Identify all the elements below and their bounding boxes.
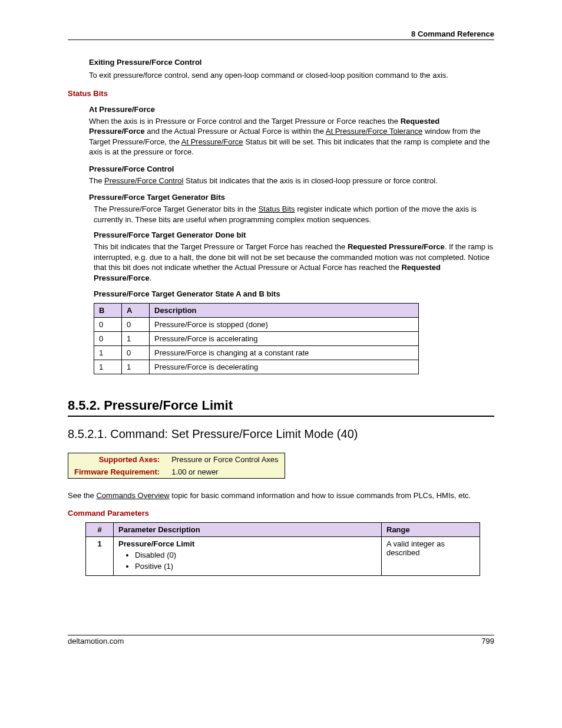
meta-label: Firmware Requirement: xyxy=(68,466,166,479)
text-bold: Requested Pressure/Force xyxy=(348,242,445,251)
td: 1 xyxy=(94,360,122,374)
td: 0 xyxy=(94,317,122,331)
heading-pf-target-gen: Pressure/Force Target Generator Bits xyxy=(89,193,494,202)
td: 1 xyxy=(122,331,150,345)
meta-value: Pressure or Force Control Axes xyxy=(166,453,285,466)
td: Pressure/Force is decelerating xyxy=(150,360,419,374)
list-item: Positive (1) xyxy=(135,562,376,571)
table-row: Firmware Requirement: 1.00 or newer xyxy=(68,466,285,479)
th-a: A xyxy=(122,303,150,317)
link-commands-overview[interactable]: Commands Overview xyxy=(96,491,169,500)
page-header: 8 Command Reference xyxy=(68,29,494,40)
table-row: 0 0 Pressure/Force is stopped (done) xyxy=(94,317,419,331)
th-desc: Description xyxy=(150,303,419,317)
td: Pressure/Force is stopped (done) xyxy=(150,317,419,331)
meta-value: 1.00 or newer xyxy=(166,466,285,479)
heading-8521: 8.5.2.1. Command: Set Pressure/Force Lim… xyxy=(68,427,494,441)
link-pf-control[interactable]: Pressure/Force Control xyxy=(104,176,183,185)
text: The Pressure/Force Target Generator bits… xyxy=(94,205,258,213)
td-num: 1 xyxy=(86,537,114,576)
heading-command-params: Command Parameters xyxy=(68,509,494,518)
table-row: 1 1 Pressure/Force is decelerating xyxy=(94,360,419,374)
text: This bit indicates that the Target Press… xyxy=(94,242,348,251)
th-desc: Parameter Description xyxy=(114,523,382,537)
text: See the xyxy=(68,491,96,500)
td: 0 xyxy=(122,317,150,331)
para-at-pf: When the axis is in Pressure or Force co… xyxy=(89,116,494,157)
table-row: Supported Axes: Pressure or Force Contro… xyxy=(68,453,285,466)
heading-exit: Exiting Pressure/Force Control xyxy=(89,58,494,67)
td: 1 xyxy=(122,360,150,374)
table-row: 1 0 Pressure/Force is changing at a cons… xyxy=(94,345,419,360)
table-meta: Supported Axes: Pressure or Force Contro… xyxy=(68,453,285,479)
td: 0 xyxy=(122,345,150,360)
para-see: See the Commands Overview topic for basi… xyxy=(68,490,494,501)
table-params: # Parameter Description Range 1 Pressure… xyxy=(85,522,480,576)
footer-right: 799 xyxy=(481,637,494,645)
heading-pf-done-bit: Pressure/Force Target Generator Done bit xyxy=(94,230,494,239)
td: 1 xyxy=(94,345,122,360)
param-title: Pressure/Force Limit xyxy=(118,539,194,548)
heading-pf-control: Pressure/Force Control xyxy=(89,164,494,173)
heading-pf-state-bits: Pressure/Force Target Generator State A … xyxy=(94,289,494,298)
text: topic for basic command information and … xyxy=(170,491,471,500)
heading-status-bits: Status Bits xyxy=(68,89,494,98)
link-at-pf-tolerance[interactable]: At Pressure/Force Tolerance xyxy=(326,127,423,136)
td: Pressure/Force is accelerating xyxy=(150,331,419,345)
td-desc: Pressure/Force Limit Disabled (0) Positi… xyxy=(114,537,382,576)
td: Pressure/Force is changing at a constant… xyxy=(150,345,419,360)
footer-left: deltamotion.com xyxy=(68,637,124,645)
table-row: 1 Pressure/Force Limit Disabled (0) Posi… xyxy=(86,537,480,576)
table-row: 0 1 Pressure/Force is accelerating xyxy=(94,331,419,345)
text: The xyxy=(89,176,104,185)
th-range: Range xyxy=(382,523,480,537)
th-num: # xyxy=(86,523,114,537)
link-status-bits[interactable]: Status Bits xyxy=(258,205,295,213)
page-footer: deltamotion.com 799 xyxy=(68,635,494,645)
text: When the axis is in Pressure or Force co… xyxy=(89,117,401,126)
table-row: # Parameter Description Range xyxy=(86,523,480,537)
heading-at-pf: At Pressure/Force xyxy=(89,105,494,114)
link-at-pf[interactable]: At Pressure/Force xyxy=(181,137,243,146)
td-range: A valid integer as described xyxy=(382,537,480,576)
list-item: Disabled (0) xyxy=(135,551,376,559)
para-pf-target-gen: The Pressure/Force Target Generator bits… xyxy=(94,204,494,225)
para-pf-control: The Pressure/Force Control Status bit in… xyxy=(89,176,494,186)
text: Status bit indicates that the axis is in… xyxy=(183,176,437,185)
td: 0 xyxy=(94,331,122,345)
text: . xyxy=(150,274,152,282)
para-exit: To exit pressure/force control, send any… xyxy=(89,70,494,81)
table-state-bits: B A Description 0 0 Pressure/Force is st… xyxy=(94,303,419,374)
table-row: B A Description xyxy=(94,303,419,317)
heading-852: 8.5.2. Pressure/Force Limit xyxy=(68,398,494,417)
th-b: B xyxy=(94,303,122,317)
text: and the Actual Pressure or Actual Force … xyxy=(145,127,326,136)
para-pf-done-bit: This bit indicates that the Target Press… xyxy=(94,242,494,283)
meta-label: Supported Axes: xyxy=(68,453,166,466)
